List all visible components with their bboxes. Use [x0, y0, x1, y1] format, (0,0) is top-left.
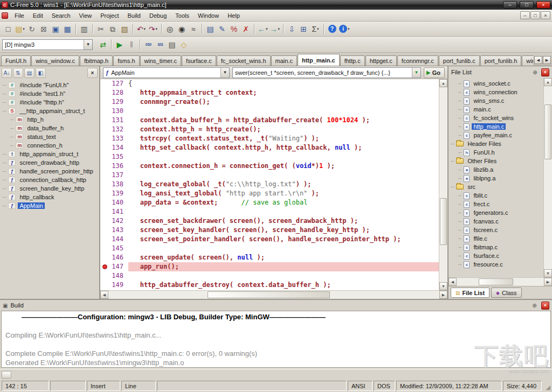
- gutter-margin[interactable]: [100, 88, 109, 97]
- new-file-icon[interactable]: □: [2, 23, 14, 35]
- save-all-icon[interactable]: ▦: [61, 23, 73, 35]
- file-list-vertical-scrollbar[interactable]: ▲ ▼: [543, 78, 552, 277]
- gutter-margin[interactable]: [100, 125, 109, 134]
- gutter-margin[interactable]: [100, 171, 109, 180]
- reload-file-icon[interactable]: ↻: [26, 23, 38, 35]
- tab-fsurface.c[interactable]: fsurface.c: [182, 55, 216, 66]
- file-tree-item[interactable]: ─hFunUI.h: [451, 148, 543, 157]
- tab-fconnmngr.c[interactable]: fconnmngr.c: [397, 55, 438, 66]
- tab-FunUI.h[interactable]: FunUI.h: [1, 55, 31, 66]
- symbol-item[interactable]: ─ƒAppMain: [3, 201, 99, 210]
- editor-vertical-scrollbar[interactable]: ▲ ▼: [439, 79, 447, 290]
- file-tree-item[interactable]: ─cfbitmap.c: [451, 243, 543, 251]
- about-icon[interactable]: i▾: [338, 23, 351, 35]
- mdi-close-button[interactable]: ×: [541, 11, 550, 19]
- gutter-margin[interactable]: [100, 216, 109, 226]
- gutter-margin[interactable]: [100, 271, 109, 281]
- close-icon[interactable]: ×: [87, 68, 98, 78]
- gutter-margin[interactable]: [100, 281, 109, 290]
- mdi-restore-button[interactable]: □: [530, 11, 540, 19]
- help-icon[interactable]: ?: [326, 23, 338, 35]
- gutter-margin[interactable]: [100, 143, 109, 152]
- resize-grip-icon[interactable]: ◢: [543, 381, 550, 391]
- symbol-item[interactable]: ─mhttp_h: [3, 115, 99, 124]
- gutter-margin[interactable]: [100, 116, 109, 125]
- symbol-item[interactable]: ─##include "FunUI.h": [3, 81, 99, 89]
- scroll-left-icon[interactable]: ◀: [100, 291, 108, 299]
- code-text-area[interactable]: 127{128 http_appmain_struct_t context;12…: [100, 79, 439, 290]
- file-tree-item[interactable]: ─aliblpng.a: [451, 174, 543, 183]
- scroll-down-icon[interactable]: ▼: [439, 282, 447, 290]
- breakpoint-margin[interactable]: [100, 262, 109, 271]
- run-icon[interactable]: ▶: [114, 39, 126, 51]
- file-tree-item[interactable]: ─cwins_connection: [451, 88, 543, 96]
- file-tree-item[interactable]: ─Other Files: [451, 157, 543, 165]
- menu-debug[interactable]: Debug: [145, 11, 171, 20]
- syntax-check-icon[interactable]: %: [228, 23, 240, 35]
- symbol-item[interactable]: ─ƒscreen_drawback_http: [3, 158, 99, 167]
- menu-project[interactable]: Project: [96, 11, 123, 20]
- chevron-down-icon[interactable]: ▼: [412, 68, 420, 78]
- save-icon[interactable]: ▣: [50, 23, 61, 35]
- file-tree-item[interactable]: ─cfsurface.c: [451, 251, 543, 260]
- symbol-item[interactable]: ─mconnection_h: [3, 141, 99, 150]
- file-list-horizontal-scrollbar[interactable]: ◀ ▶: [448, 277, 552, 286]
- file-tree-item[interactable]: ─cfcanvas.c: [451, 217, 543, 226]
- tab-fc_socket_wins.h[interactable]: fc_socket_wins.h: [217, 55, 271, 66]
- navigate-forward-icon[interactable]: →▾: [269, 23, 281, 35]
- file-tree-item[interactable]: ─cwins_socket.c: [451, 79, 543, 88]
- filter-icon[interactable]: ◧: [36, 68, 46, 78]
- tab-fsms.h[interactable]: fsms.h: [113, 55, 139, 66]
- file-tree-item[interactable]: ─Header Files: [451, 139, 543, 148]
- scroll-thumb[interactable]: [479, 278, 514, 285]
- menu-tools[interactable]: Tools: [171, 11, 194, 20]
- edit-marker-icon[interactable]: ✎: [216, 23, 228, 35]
- scroll-up-icon[interactable]: ▲: [544, 78, 552, 86]
- scroll-right-icon[interactable]: ▶: [439, 291, 447, 299]
- scroll-up-icon[interactable]: ▲: [439, 79, 447, 87]
- pan-hand-icon[interactable]: ◇: [178, 39, 190, 51]
- menu-edit[interactable]: Edit: [29, 11, 47, 20]
- replace-icon[interactable]: ≈: [188, 23, 199, 35]
- menu-search[interactable]: Search: [47, 11, 75, 20]
- symbol-item[interactable]: ─##include "fhttp.h": [3, 98, 99, 107]
- tab-port_funlib.c[interactable]: port_funlib.c: [439, 55, 480, 66]
- gutter-margin[interactable]: [100, 235, 109, 244]
- file-tree-item[interactable]: ─cfscreen.c: [451, 226, 543, 234]
- file-tree-item[interactable]: ─cfresource.c: [451, 260, 543, 269]
- symbol-item[interactable]: ─thttp_appmain_struct_t: [3, 150, 99, 158]
- scroll-thumb[interactable]: [208, 291, 330, 298]
- tab-file-list[interactable]: ▤File List: [451, 288, 489, 298]
- close-icon[interactable]: ×: [541, 302, 549, 310]
- file-tree-item[interactable]: ─cfc_socket_wins: [451, 114, 543, 122]
- chevron-down-icon[interactable]: ▼: [220, 68, 229, 78]
- delete-line-icon[interactable]: ✗: [240, 23, 252, 35]
- undo-icon[interactable]: ↶▾: [135, 23, 147, 35]
- file-tree-item[interactable]: ─cmain.c: [451, 105, 543, 114]
- symbol-item[interactable]: ─ƒscreen_handle_key_http: [3, 184, 99, 193]
- prototype-combo[interactable]: swer(screen_t *screen, screen_drawback_f…: [232, 67, 421, 78]
- cut-icon[interactable]: ✂: [95, 23, 107, 35]
- gutter-margin[interactable]: [100, 107, 109, 116]
- scroll-left-icon[interactable]: ◀: [448, 278, 457, 286]
- tab-scroll-right-icon[interactable]: ▶: [543, 56, 551, 64]
- redo-icon[interactable]: ↷▾: [147, 23, 159, 35]
- close-icon[interactable]: ×: [541, 68, 549, 76]
- print-icon[interactable]: ▥: [78, 23, 90, 35]
- tab-wins_timer.c[interactable]: wins_timer.c: [140, 55, 182, 66]
- close-button[interactable]: ×: [536, 1, 550, 9]
- find-icon[interactable]: ◎: [164, 23, 176, 35]
- navigate-back-icon[interactable]: ←▾: [257, 23, 269, 35]
- build-config-combo[interactable]: [D] mingw3 ▼: [2, 39, 93, 50]
- step-over-icon[interactable]: 101: [154, 39, 166, 51]
- minimize-button[interactable]: –: [503, 1, 517, 9]
- gutter-margin[interactable]: [100, 162, 109, 171]
- pin-icon[interactable]: ⊕: [531, 68, 539, 76]
- gutter-margin[interactable]: [100, 253, 109, 262]
- editor-horizontal-scrollbar[interactable]: ◀ ▶: [100, 290, 447, 299]
- file-tree-item[interactable]: ─cfrect.c: [451, 200, 543, 208]
- paste-icon[interactable]: ▨: [119, 23, 130, 35]
- gutter-margin[interactable]: [100, 207, 109, 216]
- window-list-icon[interactable]: ▤: [204, 23, 216, 35]
- find-in-files-icon[interactable]: ◉: [176, 23, 188, 35]
